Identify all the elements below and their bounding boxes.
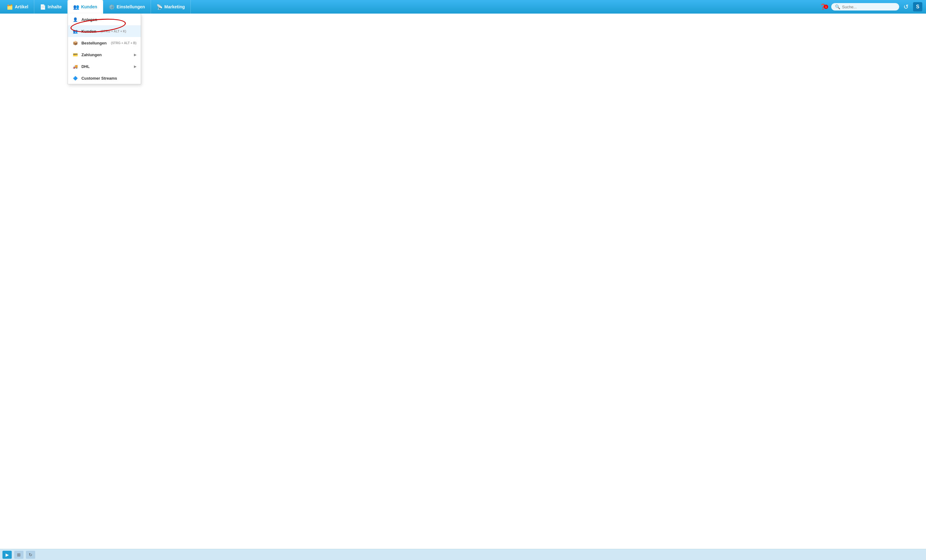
refresh-button[interactable]: ↺	[902, 3, 911, 11]
kunden-shortcut: (STRG + ALT + K)	[101, 30, 126, 33]
nav-item-marketing[interactable]: 📡 Marketing	[151, 0, 191, 14]
dropdown-item-dhl[interactable]: 🚚 DHL ▶	[68, 61, 141, 72]
nav-item-inhalte[interactable]: 📄 Inhalte	[34, 0, 68, 14]
taskbar-home-button[interactable]: ▶	[3, 551, 12, 559]
taskbar-refresh-icon: ↻	[29, 552, 32, 557]
inhalte-icon: 📄	[40, 4, 46, 10]
nav-item-kunden[interactable]: 👥 Kunden 👤 Anlegen 👥 Kunden (STRG + ALT …	[68, 0, 103, 14]
einstellungen-icon: ⚙️	[109, 4, 115, 10]
artikel-icon: 🗂️	[7, 4, 13, 10]
nav-label-inhalte: Inhalte	[48, 4, 62, 9]
kunden-icon: 👥	[73, 4, 79, 10]
taskbar-home-icon: ▶	[6, 552, 9, 557]
avatar-letter: S	[916, 4, 920, 9]
user-avatar[interactable]: S	[913, 2, 922, 11]
bestellungen-shortcut: (STRG + ALT + B)	[111, 41, 136, 45]
nav-label-artikel: Artikel	[15, 4, 29, 9]
taskbar-refresh-button[interactable]: ↻	[26, 551, 35, 559]
taskbar-windows-button[interactable]: ⊞	[14, 551, 23, 559]
taskbar: ▶ ⊞ ↻	[0, 549, 926, 560]
dropdown-item-zahlungen[interactable]: 💳 Zahlungen ▶	[68, 49, 141, 61]
zahlungen-icon: 💳	[72, 51, 79, 58]
bestellungen-icon: 📦	[72, 40, 79, 46]
anlegen-icon: 👤	[72, 17, 79, 23]
nav-label-kunden: Kunden	[81, 4, 97, 9]
dropdown-item-bestellungen[interactable]: 📦 Bestellungen (STRG + ALT + B)	[68, 37, 141, 49]
dropdown-label-zahlungen: Zahlungen	[82, 53, 102, 57]
zahlungen-arrow-icon: ▶	[134, 53, 136, 56]
dropdown-label-customer-streams: Customer Streams	[82, 76, 117, 80]
search-bar[interactable]: 🔍	[831, 3, 899, 11]
dropdown-label-dhl: DHL	[82, 64, 90, 69]
marketing-icon: 📡	[156, 4, 163, 10]
kunden-dropdown: 👤 Anlegen 👥 Kunden (STRG + ALT + K) 📦 Be…	[68, 14, 141, 84]
dropdown-item-anlegen[interactable]: 👤 Anlegen	[68, 14, 141, 25]
notification-badge: 1	[824, 5, 828, 9]
kunden-menu-icon: 👥	[72, 28, 79, 34]
dhl-icon: 🚚	[72, 63, 79, 70]
dropdown-item-kunden[interactable]: 👥 Kunden (STRG + ALT + K)	[68, 25, 141, 37]
navbar-right: ❓ 1 🔍 ↺ S	[817, 0, 925, 14]
help-button[interactable]: ❓ 1	[817, 3, 829, 10]
dropdown-item-customer-streams[interactable]: 🔷 Customer Streams	[68, 72, 141, 84]
dropdown-label-anlegen: Anlegen	[82, 17, 97, 22]
nav-label-marketing: Marketing	[165, 4, 185, 9]
dhl-arrow-icon: ▶	[134, 65, 136, 68]
main-content	[0, 14, 926, 549]
search-input[interactable]	[842, 5, 896, 9]
customer-streams-icon: 🔷	[72, 75, 79, 81]
nav-item-einstellungen[interactable]: ⚙️ Einstellungen	[103, 0, 151, 14]
taskbar-windows-icon: ⊞	[17, 552, 21, 557]
search-icon: 🔍	[835, 4, 840, 9]
nav-item-artikel[interactable]: 🗂️ Artikel	[1, 0, 34, 14]
dropdown-label-bestellungen: Bestellungen	[82, 41, 107, 45]
navbar: 🗂️ Artikel 📄 Inhalte 👥 Kunden 👤 Anlegen …	[0, 0, 926, 14]
nav-label-einstellungen: Einstellungen	[117, 4, 145, 9]
dropdown-label-kunden: Kunden	[82, 29, 96, 34]
